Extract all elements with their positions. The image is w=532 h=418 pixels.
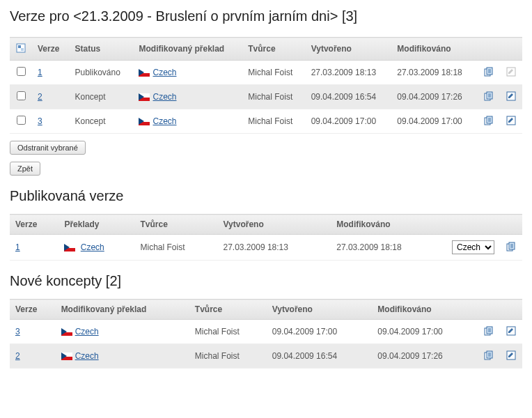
cell-tvurce: Michal Foist <box>242 109 305 134</box>
cell-modifikovano: 09.04.2009 17:00 <box>391 109 478 134</box>
cell-tvurce: Michal Foist <box>189 344 267 369</box>
edit-icon[interactable] <box>506 350 517 361</box>
cell-status: Koncept <box>70 85 134 109</box>
language-link[interactable]: Czech <box>152 92 176 102</box>
cell-vytvoreno: 09.04.2009 17:00 <box>306 109 392 134</box>
col-select <box>444 215 500 235</box>
version-link[interactable]: 2 <box>38 92 42 102</box>
col-tvurce: Tvůrce <box>189 300 267 320</box>
version-link[interactable]: 2 <box>15 351 20 361</box>
cell-tvurce: Michal Foist <box>242 85 305 109</box>
col-mod-preklad: Modifikovaný překlad <box>133 38 242 61</box>
flag-icon <box>64 244 75 251</box>
cell-tvurce: Michal Foist <box>189 320 267 344</box>
published-table: Verze Překlady Tvůrce Vytvořeno Modifiko… <box>10 214 522 261</box>
table-row: 2CzechMichal Foist09.04.2009 16:5409.04.… <box>10 344 522 369</box>
col-tvurce: Tvůrce <box>135 215 218 235</box>
table-row: 3CzechMichal Foist09.04.2009 17:0009.04.… <box>10 320 522 344</box>
edit-icon <box>506 66 517 77</box>
row-checkbox[interactable] <box>17 67 26 76</box>
copy-icon[interactable] <box>483 350 494 361</box>
language-link[interactable]: Czech <box>75 327 99 336</box>
cell-modifikovano: 27.03.2009 18:18 <box>391 61 478 85</box>
copy-icon[interactable] <box>483 91 494 102</box>
cell-modifikovano: 09.04.2009 17:26 <box>372 344 478 369</box>
cell-vytvoreno: 09.04.2009 17:00 <box>267 320 373 344</box>
edit-icon[interactable] <box>506 325 517 336</box>
cell-status: Publikováno <box>70 61 134 85</box>
col-preklady: Překlady <box>58 215 134 235</box>
row-checkbox[interactable] <box>17 91 26 100</box>
col-verze: Verze <box>10 215 58 235</box>
cell-vytvoreno: 27.03.2009 18:13 <box>218 235 331 261</box>
copy-icon[interactable] <box>483 66 494 77</box>
table-row: 2KonceptCzechMichal Foist09.04.2009 16:5… <box>10 85 522 109</box>
drafts-title: Nové koncepty [2] <box>10 273 522 289</box>
version-link[interactable]: 1 <box>15 242 20 252</box>
col-vytvoreno: Vytvořeno <box>218 215 331 235</box>
table-row: 1PublikovánoCzechMichal Foist27.03.2009 … <box>10 61 522 85</box>
language-link[interactable]: Czech <box>81 242 104 252</box>
col-tvurce: Tvůrce <box>242 38 305 61</box>
language-link[interactable]: Czech <box>152 116 176 126</box>
edit-icon[interactable] <box>506 91 517 102</box>
toggle-all-header[interactable] <box>10 38 32 61</box>
copy-icon[interactable] <box>483 325 494 336</box>
col-status: Status <box>70 38 134 61</box>
cell-status: Koncept <box>70 109 134 134</box>
cell-vytvoreno: 27.03.2009 18:13 <box>306 61 392 85</box>
page-title: Verze pro <21.3.2009 - Bruslení o prvním… <box>10 8 522 24</box>
version-link[interactable]: 3 <box>15 327 20 336</box>
col-verze: Verze <box>32 38 70 61</box>
cell-vytvoreno: 09.04.2009 16:54 <box>306 85 392 109</box>
col-action-copy <box>478 38 500 61</box>
published-title: Publikovaná verze <box>10 188 522 204</box>
language-link[interactable]: Czech <box>152 68 176 77</box>
col-modifikovano: Modifikováno <box>391 38 478 61</box>
col-verze: Verze <box>10 300 56 320</box>
flag-icon <box>139 118 150 125</box>
drafts-table: Verze Modifikovaný překlad Tvůrce Vytvoř… <box>10 299 522 369</box>
copy-icon[interactable] <box>506 241 517 252</box>
cell-vytvoreno: 09.04.2009 16:54 <box>267 344 373 369</box>
edit-icon[interactable] <box>506 115 517 126</box>
col-modifikovano: Modifikováno <box>372 300 478 320</box>
cell-tvurce: Michal Foist <box>135 235 218 261</box>
version-link[interactable]: 1 <box>38 68 42 77</box>
language-link[interactable]: Czech <box>75 351 99 361</box>
flag-icon <box>61 353 72 360</box>
table-row: 1 Czech Michal Foist 27.03.2009 18:13 27… <box>10 235 522 261</box>
toggle-icon <box>15 42 26 54</box>
flag-icon <box>61 328 72 336</box>
col-modifikovano: Modifikováno <box>331 215 444 235</box>
col-action-copy <box>500 215 522 235</box>
col-action-edit <box>500 300 522 320</box>
flag-icon <box>139 93 150 101</box>
remove-selected-button[interactable]: Odstranit vybrané <box>10 141 86 155</box>
cell-modifikovano: 09.04.2009 17:26 <box>391 85 478 109</box>
cell-modifikovano: 27.03.2009 18:18 <box>331 235 444 261</box>
row-checkbox[interactable] <box>17 116 26 125</box>
col-mod-preklad: Modifikovaný překlad <box>56 300 189 320</box>
col-vytvoreno: Vytvořeno <box>306 38 392 61</box>
language-select[interactable]: Czech <box>452 240 494 254</box>
col-action-edit <box>500 38 522 61</box>
col-action-copy <box>478 300 500 320</box>
back-button[interactable]: Zpět <box>10 162 40 176</box>
cell-modifikovano: 09.04.2009 17:00 <box>372 320 478 344</box>
cell-tvurce: Michal Foist <box>242 61 305 85</box>
flag-icon <box>139 69 150 77</box>
table-row: 3KonceptCzechMichal Foist09.04.2009 17:0… <box>10 109 522 134</box>
copy-icon[interactable] <box>483 115 494 126</box>
col-vytvoreno: Vytvořeno <box>267 300 373 320</box>
version-link[interactable]: 3 <box>38 116 42 126</box>
versions-table: Verze Status Modifikovaný překlad Tvůrce… <box>10 37 522 134</box>
